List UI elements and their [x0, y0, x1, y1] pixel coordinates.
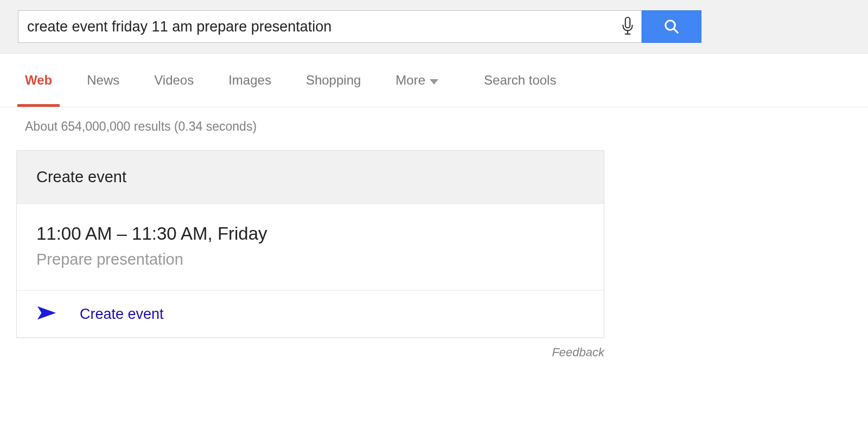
event-card: Create event 11:00 AM – 11:30 AM, Friday…	[16, 150, 604, 338]
search-container	[18, 10, 701, 43]
svg-marker-5	[430, 79, 438, 85]
svg-rect-0	[626, 17, 630, 28]
tabs: Web News Videos Images Shopping More Sea…	[25, 54, 868, 107]
tab-search-tools[interactable]: Search tools	[484, 54, 556, 107]
tab-images[interactable]: Images	[228, 54, 271, 107]
svg-marker-6	[37, 306, 56, 320]
result-stats: About 654,000,000 results (0.34 seconds)	[25, 107, 868, 150]
event-card-footer: Create event	[17, 291, 604, 337]
search-input[interactable]	[18, 11, 614, 42]
create-event-link[interactable]: Create event	[80, 306, 164, 323]
event-card-title: Create event	[36, 168, 584, 186]
search-box	[18, 10, 642, 43]
tab-videos[interactable]: Videos	[154, 54, 194, 107]
feedback-link[interactable]: Feedback	[25, 338, 604, 360]
svg-line-4	[674, 29, 678, 33]
event-description: Prepare presentation	[36, 251, 584, 268]
search-icon	[663, 18, 680, 35]
event-time: 11:00 AM – 11:30 AM, Friday	[36, 223, 584, 244]
event-card-body: 11:00 AM – 11:30 AM, Friday Prepare pres…	[17, 204, 604, 291]
search-button[interactable]	[642, 10, 701, 43]
tab-more-label: More	[395, 73, 425, 88]
tab-web[interactable]: Web	[25, 54, 52, 107]
tab-shopping[interactable]: Shopping	[306, 54, 361, 107]
chevron-down-icon	[430, 73, 438, 88]
results-area: About 654,000,000 results (0.34 seconds)…	[25, 107, 868, 360]
search-bar-area	[0, 0, 868, 54]
tab-news[interactable]: News	[87, 54, 119, 107]
tabs-area: Web News Videos Images Shopping More Sea…	[0, 54, 868, 107]
tab-more[interactable]: More	[395, 54, 438, 107]
microphone-icon[interactable]	[614, 17, 641, 36]
event-card-header: Create event	[17, 151, 604, 204]
send-icon	[36, 305, 57, 323]
